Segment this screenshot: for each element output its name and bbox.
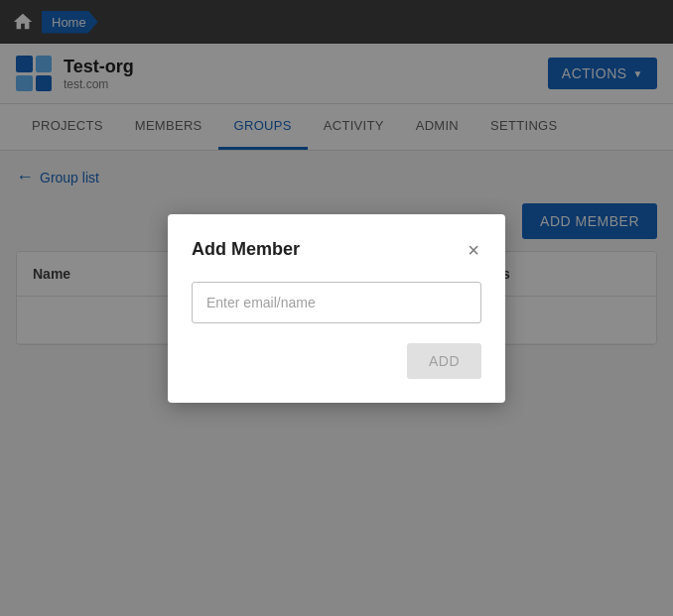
add-member-modal: Add Member × ADD	[168, 214, 505, 403]
modal-add-button[interactable]: ADD	[407, 343, 481, 379]
modal-header: Add Member ×	[192, 238, 481, 262]
modal-title: Add Member	[192, 239, 300, 260]
email-name-input[interactable]	[192, 282, 481, 323]
modal-close-button[interactable]: ×	[466, 238, 481, 262]
modal-footer: ADD	[192, 343, 481, 379]
modal-overlay[interactable]: Add Member × ADD	[0, 0, 673, 616]
